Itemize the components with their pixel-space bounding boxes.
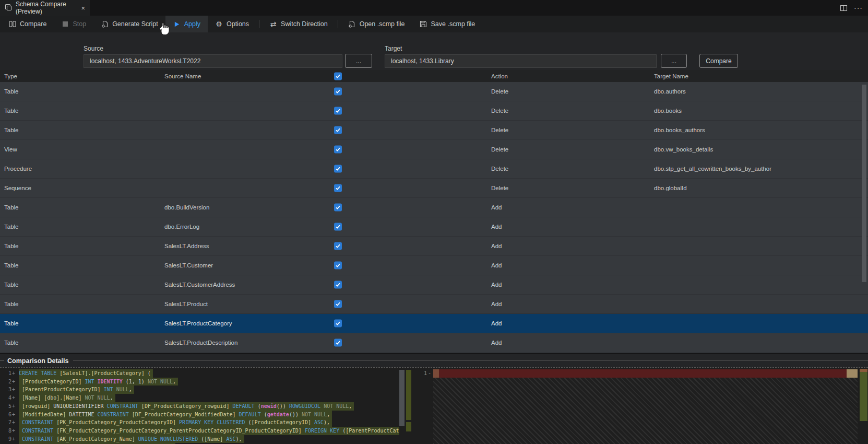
row-action: Add: [491, 243, 502, 249]
row-source-name: SalesLT.Address: [164, 243, 209, 249]
row-type: Table: [4, 340, 19, 346]
table-row[interactable]: TableDeletedbo.books: [0, 101, 868, 121]
toolbar-generate-script-button[interactable]: Generate Script: [93, 16, 165, 32]
diff-empty-hatch: [433, 378, 858, 444]
removed-line: [433, 369, 858, 378]
table-row[interactable]: ViewDeletedbo.vw_books_details: [0, 140, 868, 159]
row-action: Add: [491, 282, 502, 288]
diff-source-line: 9+ CONSTRAINT [AK_ProductCategory_Name] …: [0, 435, 399, 443]
overview-ruler-added-mark: [406, 422, 411, 431]
row-type: Table: [4, 282, 19, 288]
overview-ruler-added-mark: [406, 370, 411, 420]
play-icon: [173, 20, 181, 28]
row-checkbox[interactable]: [334, 146, 342, 154]
toolbar-item-label: Options: [227, 20, 249, 28]
table-row[interactable]: TableSalesLT.CustomerAddressAdd: [0, 275, 868, 295]
results-grid: TableDeletedbo.authorsTableDeletedbo.boo…: [0, 82, 868, 353]
row-checkbox[interactable]: [334, 300, 342, 308]
toolbar-save-scmp-button[interactable]: Save .scmp file: [412, 16, 483, 32]
toolbar-apply-button[interactable]: Apply: [165, 16, 208, 32]
row-include-cell: [334, 126, 342, 134]
diff-line-sign: +: [12, 427, 15, 435]
toolbar-open-scmp-button[interactable]: Open .scmp file: [341, 16, 412, 32]
toolbar-item-label: Open .scmp file: [360, 20, 405, 28]
close-icon[interactable]: ×: [81, 5, 85, 11]
row-checkbox[interactable]: [334, 107, 342, 115]
column-header-source-name[interactable]: Source Name: [164, 73, 201, 79]
editor-tab-bar: Schema Compare (Preview) × ···: [0, 0, 868, 16]
toolbar-item-label: Save .scmp file: [431, 20, 475, 28]
column-header-action[interactable]: Action: [491, 73, 508, 79]
source-input[interactable]: [84, 54, 342, 68]
diff-source-line: 5+ [rowguid] UNIQUEIDENTIFIER CONSTRAINT…: [0, 402, 399, 411]
details-rule-right: [73, 360, 868, 361]
tab-title: Schema Compare (Preview): [16, 1, 77, 15]
toolbar-stop-button[interactable]: Stop: [54, 16, 93, 32]
diff-left-scrollbar[interactable]: [399, 370, 405, 426]
row-checkbox[interactable]: [334, 204, 342, 212]
diff-line-sign: +: [12, 378, 15, 386]
row-action: Add: [491, 262, 502, 268]
row-target-name: dbo.authors: [654, 88, 686, 95]
tab-schema-compare[interactable]: Schema Compare (Preview) ×: [0, 0, 90, 16]
toolbar-compare-button[interactable]: Compare: [1, 16, 54, 32]
row-action: Add: [491, 301, 502, 307]
table-row[interactable]: Tabledbo.BuildVersionAdd: [0, 198, 868, 217]
toolbar-separator: [338, 20, 338, 28]
row-action: Add: [491, 340, 502, 346]
row-include-cell: [334, 204, 342, 212]
schema-compare-toolbar: CompareStopGenerate ScriptApply⚙Options⇄…: [0, 16, 868, 32]
row-checkbox[interactable]: [334, 184, 342, 192]
diff-line-number: 7: [0, 418, 11, 427]
column-header-type[interactable]: Type: [4, 73, 17, 79]
header-checkbox[interactable]: [334, 72, 342, 80]
row-type: Sequence: [4, 185, 31, 191]
row-checkbox[interactable]: [334, 281, 342, 289]
row-target-name: dbo.books: [654, 108, 682, 114]
table-row[interactable]: SequenceDeletedbo.globalId: [0, 179, 868, 198]
diff-line-sign: +: [12, 369, 15, 378]
toolbar-options-button[interactable]: ⚙Options: [208, 16, 256, 32]
diff-line-number: 1: [0, 369, 11, 378]
column-header-target-name[interactable]: Target Name: [654, 73, 688, 79]
diff-line-number: 5: [0, 402, 11, 411]
table-row[interactable]: ProcedureDeletedbo.stp_get_all_cowritten…: [0, 159, 868, 179]
row-include-cell: [334, 262, 342, 270]
select-all-checkbox[interactable]: [334, 72, 342, 80]
toolbar-switch-direction-button[interactable]: ⇄Switch Direction: [262, 16, 335, 32]
target-browse-button[interactable]: ...: [661, 54, 687, 68]
row-checkbox[interactable]: [334, 223, 342, 231]
row-checkbox[interactable]: [334, 262, 342, 270]
grid-vertical-scrollbar[interactable]: [862, 85, 866, 282]
row-include-cell: [334, 165, 342, 173]
row-action: Delete: [491, 88, 508, 95]
row-type: Table: [4, 262, 19, 268]
toolbar-item-label: Stop: [73, 20, 86, 28]
comparison-details-title: Comparison Details: [7, 357, 68, 365]
diff-source-line: 8+ CONSTRAINT [FK_ProductCategory_Produc…: [0, 427, 399, 435]
row-checkbox[interactable]: [334, 88, 342, 96]
table-row[interactable]: TableSalesLT.ProductDescriptionAdd: [0, 333, 868, 353]
row-target-name: dbo.globalId: [654, 185, 687, 191]
table-row[interactable]: Tabledbo.ErrorLogAdd: [0, 217, 868, 237]
more-actions-icon[interactable]: ···: [854, 4, 863, 12]
row-checkbox[interactable]: [334, 242, 342, 250]
row-checkbox[interactable]: [334, 320, 342, 328]
diff-source-pane[interactable]: 1+CREATE TABLE [SalesLT].[ProductCategor…: [0, 368, 399, 444]
row-action: Add: [491, 204, 502, 211]
table-row[interactable]: TableSalesLT.AddressAdd: [0, 237, 868, 256]
row-checkbox[interactable]: [334, 165, 342, 173]
table-row[interactable]: TableDeletedbo.authors: [0, 82, 868, 101]
table-row[interactable]: TableSalesLT.CustomerAdd: [0, 256, 868, 275]
row-checkbox[interactable]: [334, 339, 342, 347]
table-row[interactable]: TableSalesLT.ProductAdd: [0, 295, 868, 314]
split-editor-icon[interactable]: [840, 4, 848, 12]
target-input[interactable]: [385, 54, 657, 68]
diff-target-pane[interactable]: 1 -: [413, 368, 868, 444]
table-row[interactable]: TableSalesLT.ProductCategoryAdd: [0, 314, 868, 333]
compare-run-button[interactable]: Compare: [699, 54, 738, 68]
table-row[interactable]: TableDeletedbo.books_authors: [0, 121, 868, 140]
row-checkbox[interactable]: [334, 126, 342, 134]
row-type: Table: [4, 243, 19, 249]
source-browse-button[interactable]: ...: [345, 54, 372, 68]
